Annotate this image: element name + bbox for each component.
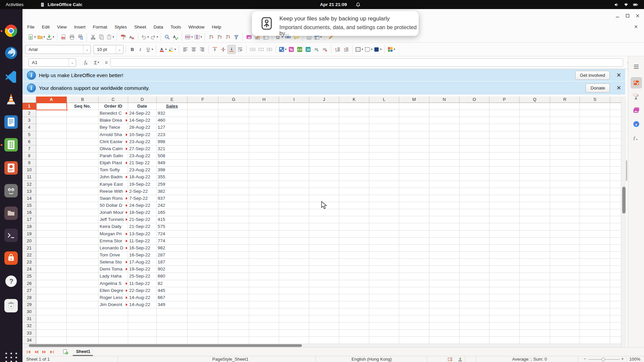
cell-H1[interactable] (249, 103, 279, 110)
cell-M3[interactable] (399, 117, 429, 124)
cell-I8[interactable] (279, 153, 309, 160)
font-size-combobox[interactable]: 10 pt⌄ (94, 45, 123, 54)
cell-P4[interactable] (489, 124, 520, 131)
cell-M18[interactable] (399, 223, 429, 230)
sidebar-functions-button[interactable]: fx (631, 132, 642, 143)
row-header-16[interactable]: 16 (22, 209, 36, 216)
cell-B3[interactable] (67, 117, 99, 124)
menu-styles[interactable]: Styles (115, 24, 127, 29)
cell-H10[interactable] (249, 167, 279, 174)
cell-Q15[interactable] (520, 202, 550, 209)
cell-A22[interactable] (36, 252, 67, 259)
cell-L25[interactable] (369, 273, 399, 280)
cell-I1[interactable] (279, 103, 309, 110)
cell-J30[interactable] (309, 308, 339, 315)
cell-H8[interactable] (249, 153, 279, 160)
cell-E8[interactable]: 508 (157, 153, 187, 160)
sidebar-gallery-button[interactable] (631, 105, 642, 116)
menu-window[interactable]: Window (189, 24, 205, 29)
cell-D14[interactable]: 7-Sep-22 (128, 195, 157, 202)
cell-D1[interactable]: Date (128, 103, 157, 110)
cell-L5[interactable] (369, 131, 399, 138)
cell-R19[interactable] (550, 231, 580, 238)
row-header-32[interactable]: 32 (22, 322, 36, 329)
formula-input[interactable] (110, 58, 623, 67)
cell-H11[interactable] (249, 174, 279, 181)
cell-G33[interactable] (218, 330, 249, 337)
column-header-A[interactable]: A (36, 97, 67, 103)
cell-I23[interactable] (279, 259, 309, 266)
cell-A21[interactable] (36, 245, 67, 252)
cell-D4[interactable]: 28-Aug-22 (128, 124, 157, 131)
cell-O11[interactable] (460, 174, 489, 181)
cell-O3[interactable] (460, 117, 489, 124)
dock-item-thunderbird[interactable] (4, 46, 18, 60)
cell-D8[interactable]: 23-Aug-22 (128, 153, 157, 160)
cell-G3[interactable] (218, 117, 249, 124)
redo-button[interactable]: ▾ (150, 33, 159, 42)
cell-N32[interactable] (429, 322, 460, 329)
document-modified-icon[interactable] (458, 357, 463, 362)
cell-Q20[interactable] (520, 238, 550, 245)
cell-O17[interactable] (460, 216, 489, 223)
cell-A7[interactable] (36, 145, 67, 153)
cell-P24[interactable] (489, 266, 520, 273)
cell-K26[interactable] (339, 280, 369, 287)
cell-S13[interactable] (580, 188, 610, 195)
cell-L16[interactable] (369, 209, 399, 216)
cell-N15[interactable] (429, 202, 460, 209)
cell-L13[interactable] (369, 188, 399, 195)
column-header-E[interactable]: E (157, 97, 187, 103)
cell-R34[interactable] (550, 337, 580, 344)
cell-S23[interactable] (580, 259, 610, 266)
cell-H29[interactable] (249, 301, 279, 308)
cell-D23[interactable]: 17-Aug-22 (128, 259, 157, 266)
cell-F12[interactable] (187, 181, 218, 188)
cell-A31[interactable] (36, 315, 67, 322)
cell-D9[interactable]: 21 Sep 22 (128, 160, 157, 167)
cell-F14[interactable] (187, 195, 218, 202)
cell-G14[interactable] (218, 195, 249, 202)
cell-C26[interactable]: Angelina S (99, 280, 128, 287)
cell-K19[interactable] (339, 231, 369, 238)
cell-N33[interactable] (429, 330, 460, 337)
row-header-3[interactable]: 3 (22, 117, 36, 124)
cell-I28[interactable] (279, 294, 309, 301)
cell-L21[interactable] (369, 245, 399, 252)
cell-S30[interactable] (580, 308, 610, 315)
cell-A13[interactable] (36, 188, 67, 195)
column-header-S[interactable]: S (580, 97, 610, 103)
cell-K8[interactable] (339, 153, 369, 160)
cell-F29[interactable] (187, 301, 218, 308)
cell-C13[interactable]: Reese With (99, 188, 128, 195)
cell-P19[interactable] (489, 231, 520, 238)
cell-F28[interactable] (187, 294, 218, 301)
cell-B30[interactable] (67, 308, 99, 315)
cell-M9[interactable] (399, 160, 429, 167)
close-icon[interactable]: ✕ (616, 85, 621, 91)
clear-formatting-button[interactable]: A (127, 33, 136, 42)
cell-C22[interactable]: Tom Drive (99, 252, 128, 259)
cell-C2[interactable]: Benedict C (99, 110, 128, 117)
cell-H18[interactable] (249, 223, 279, 230)
row-header-13[interactable]: 13 (22, 188, 36, 195)
cell-C12[interactable]: Kanye East (99, 181, 128, 188)
cell-I18[interactable] (279, 223, 309, 230)
cell-B31[interactable] (67, 315, 99, 322)
cell-J3[interactable] (309, 117, 339, 124)
cell-B10[interactable] (67, 167, 99, 174)
cell-F21[interactable] (187, 245, 218, 252)
next-sheet-button[interactable] (41, 349, 47, 355)
cell-F33[interactable] (187, 330, 218, 337)
cell-O9[interactable] (460, 160, 489, 167)
cell-I12[interactable] (279, 181, 309, 188)
cell-H23[interactable] (249, 259, 279, 266)
cell-S27[interactable] (580, 287, 610, 294)
cell-M24[interactable] (399, 266, 429, 273)
cell-P11[interactable] (489, 174, 520, 181)
cell-C4[interactable]: Bey Twice (99, 124, 128, 131)
cell-M34[interactable] (399, 337, 429, 344)
cell-O32[interactable] (460, 322, 489, 329)
cell-A12[interactable] (36, 181, 67, 188)
cell-O16[interactable] (460, 209, 489, 216)
